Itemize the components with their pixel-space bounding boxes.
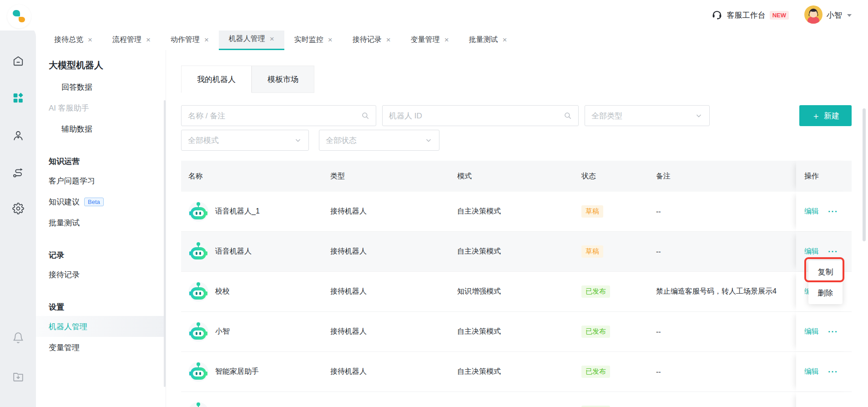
table-row[interactable]: 智能家居助手 接待机器人 自主决策模式 已发布 -- 编辑 ··· [181, 352, 852, 392]
row-context-menu: 复制删除 [808, 260, 843, 304]
status-badge: 已发布 [581, 366, 610, 378]
tab-template-market[interactable]: 模板市场 [252, 66, 314, 93]
bell-icon[interactable] [12, 332, 24, 344]
workspace-tab[interactable]: 接待记录× [343, 29, 401, 50]
more-actions-icon[interactable]: ··· [828, 207, 838, 217]
robot-type: 接待机器人 [323, 367, 450, 376]
sidebar-item-label: 大模型机器人 [49, 60, 103, 70]
folder-download-icon[interactable] [12, 371, 24, 382]
close-icon[interactable]: × [386, 36, 391, 44]
workspace-tabbar: 接待总览×流程管理×动作管理×机器人管理×实时监控×接待记录×变量管理×批量测试… [36, 29, 868, 50]
workspace-tab[interactable]: 变量管理× [401, 29, 459, 50]
content-tabs: 我的机器人 模板市场 [181, 66, 314, 93]
sidebar-item-label: 记录 [49, 250, 64, 260]
sidebar-item[interactable]: 辅助数据 [36, 118, 166, 139]
chevron-down-icon [847, 14, 852, 17]
table-row[interactable]: 校校 接待机器人 知识增强模式 已发布 禁止编造客服号码，转人工场景展示4 编辑… [181, 272, 852, 312]
edit-link[interactable]: 编辑 [804, 327, 819, 336]
workspace-tab[interactable]: 实时监控× [284, 29, 343, 50]
robot-type: 接待机器人 [323, 327, 450, 336]
close-icon[interactable]: × [204, 36, 209, 44]
workspace-tab[interactable]: 动作管理× [161, 29, 219, 50]
table-row[interactable]: 小智 接待机器人 自主决策模式 已发布 -- 编辑 ··· [181, 312, 852, 352]
chevron-down-icon [424, 136, 433, 144]
workspace-tab[interactable]: 接待总览× [44, 29, 102, 50]
workspace-tab-label: 变量管理 [411, 35, 440, 45]
sidebar-item-label: 回答数据 [61, 82, 92, 92]
icon-rail [0, 25, 36, 407]
more-actions-icon[interactable]: ··· [828, 367, 838, 377]
chevron-down-icon [695, 112, 703, 120]
robot-avatar-icon [188, 202, 208, 222]
tab-label: 模板市场 [267, 74, 298, 85]
sidebar-item[interactable]: 客户问题学习 [36, 170, 166, 191]
robot-name: 智能家居助手 [215, 367, 259, 376]
chevron-down-icon [294, 136, 302, 144]
edit-link[interactable]: 编辑 [804, 247, 819, 256]
sidebar-item: 大模型机器人 [36, 50, 166, 76]
robot-remark: -- [649, 328, 796, 336]
more-actions-icon[interactable]: ··· [828, 327, 838, 337]
col-header-remark: 备注 [649, 172, 796, 181]
filters-row-2: 全部模式 全部状态 [181, 130, 439, 151]
sidebar-item[interactable]: 批量测试 [36, 212, 166, 233]
sidebar-item[interactable]: 变量管理 [36, 337, 166, 358]
workspace-tab-label: 流程管理 [112, 35, 141, 45]
edit-link[interactable]: 编辑 [804, 207, 819, 216]
workbench-entry[interactable]: 客服工作台 NEW [711, 9, 789, 22]
close-icon[interactable]: × [328, 36, 333, 44]
tab-label: 我的机器人 [197, 74, 236, 85]
workspace-tab-label: 动作管理 [171, 35, 200, 45]
new-robot-button[interactable]: ＋ 新建 [799, 105, 852, 126]
sidebar-item-label: 辅助数据 [61, 124, 92, 134]
robot-avatar-icon [188, 322, 208, 342]
sidebar-item-label: 设置 [49, 302, 64, 312]
type-select[interactable]: 全部类型 [585, 105, 710, 126]
robot-type: 接待机器人 [323, 247, 450, 256]
agent-person-icon[interactable] [12, 130, 24, 142]
col-header-action: 操作 [796, 161, 852, 192]
more-actions-icon[interactable]: ··· [828, 247, 838, 257]
app-logo[interactable] [7, 5, 31, 28]
sidebar-item-label: 变量管理 [49, 342, 80, 353]
sidebar-item[interactable]: 机器人管理 [36, 316, 166, 337]
close-icon[interactable]: × [146, 36, 151, 44]
close-icon[interactable]: × [270, 35, 274, 43]
table-row[interactable]: 语音机器人 接待机器人 自主决策模式 草稿 -- 编辑 ··· [181, 232, 852, 272]
mode-select[interactable]: 全部模式 [181, 130, 309, 151]
menu-item-copy[interactable]: 复制 [808, 261, 843, 282]
user-menu[interactable]: 小智 [804, 5, 852, 25]
robot-name: 小智 [215, 327, 230, 336]
gear-icon[interactable] [12, 203, 24, 214]
sidebar-item-label: 知识运营 [49, 156, 80, 167]
menu-item-delete[interactable]: 删除 [808, 282, 843, 303]
sidebar-item-label: 批量测试 [49, 218, 80, 228]
sidebar-item[interactable]: 回答数据 [36, 76, 166, 97]
select-value: 全部状态 [326, 135, 424, 146]
status-select[interactable]: 全部状态 [319, 130, 439, 151]
table-row[interactable]: 已发布 [181, 392, 852, 407]
tab-my-robots[interactable]: 我的机器人 [181, 66, 252, 93]
col-header-type: 类型 [323, 172, 450, 181]
close-icon[interactable]: × [503, 36, 507, 44]
edit-link[interactable]: 编辑 [804, 367, 819, 376]
sidebar: 大模型机器人回答数据AI 客服助手辅助数据知识运营客户问题学习知识建议Beta批… [36, 50, 166, 407]
route-flow-icon[interactable] [12, 167, 24, 178]
close-icon[interactable]: × [88, 36, 92, 44]
workspace-tab[interactable]: 批量测试× [459, 29, 517, 50]
table-row[interactable]: 语音机器人_1 接待机器人 自主决策模式 草稿 -- 编辑 ··· [181, 192, 852, 232]
search-name-input[interactable]: 名称 / 备注 [181, 105, 376, 126]
robot-remark: -- [649, 208, 796, 216]
workspace-tab[interactable]: 机器人管理× [219, 29, 284, 50]
sidebar-item[interactable]: 知识建议Beta [36, 191, 166, 212]
main-scrollbar[interactable] [863, 108, 866, 241]
workspace-tab[interactable]: 流程管理× [102, 29, 161, 50]
close-icon[interactable]: × [444, 36, 449, 44]
robots-table: 名称 类型 模式 状态 备注 操作 语音机器人_1 接待机器人 自主决策模式 草… [181, 161, 852, 407]
search-id-input[interactable]: 机器人 ID [382, 105, 579, 126]
sidebar-scrollbar[interactable] [164, 100, 166, 387]
apps-grid-icon[interactable] [12, 92, 24, 104]
sidebar-item[interactable]: 接待记录 [36, 264, 166, 285]
robot-name: 语音机器人 [215, 247, 252, 256]
home-icon[interactable] [12, 55, 24, 67]
